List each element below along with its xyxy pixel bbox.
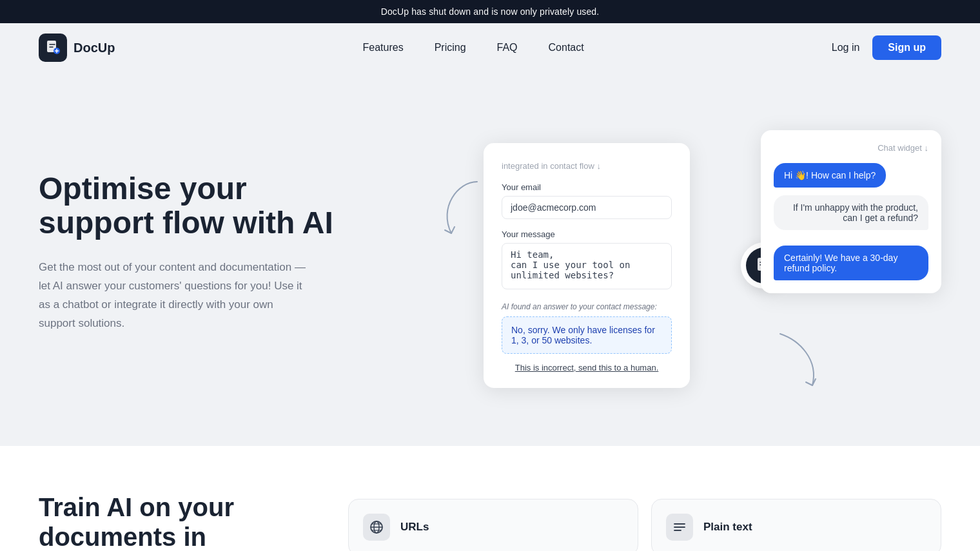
nav-item-features[interactable]: Features bbox=[363, 42, 404, 53]
message-textarea[interactable]: Hi team, can I use your tool on unlimite… bbox=[502, 243, 672, 289]
nav-item-pricing[interactable]: Pricing bbox=[435, 42, 466, 53]
train-cards: URLs Plain text bbox=[348, 492, 941, 551]
nav-links: Features Pricing FAQ Contact bbox=[363, 42, 584, 53]
hero-section: Optimise your support flow with AI Get t… bbox=[0, 72, 980, 446]
docup-icon bbox=[44, 39, 61, 56]
navbar: DocUp Features Pricing FAQ Contact Log i… bbox=[0, 23, 980, 72]
plain-text-icon bbox=[666, 514, 693, 541]
train-section: Train AI on your documents in minutes UR… bbox=[0, 451, 980, 551]
feedback-link[interactable]: This is incorrect, send this to a human. bbox=[502, 363, 672, 372]
announcement-banner: DocUp has shut down and is now only priv… bbox=[0, 0, 980, 23]
ai-found-label: AI found an answer to your contact messa… bbox=[502, 302, 672, 311]
left-arrow-decoration bbox=[432, 175, 484, 242]
right-arrow-decoration bbox=[774, 327, 832, 394]
contact-flow-widget: integrated in contact flow ↓ Your email … bbox=[484, 143, 690, 388]
hero-title: Optimise your support flow with AI bbox=[39, 172, 348, 240]
train-title: Train AI on your documents in minutes bbox=[39, 492, 309, 551]
chat-widget: Chat widget ↓ Hi 👋! How can I help? If I… bbox=[761, 130, 941, 293]
plain-text-label: Plain text bbox=[703, 521, 752, 534]
hero-description: Get the most out of your content and doc… bbox=[39, 258, 309, 333]
navbar-actions: Log in Sign up bbox=[832, 35, 941, 60]
chat-messages: Hi 👋! How can I help? If I'm unhappy wit… bbox=[774, 163, 928, 280]
train-left: Train AI on your documents in minutes bbox=[39, 492, 309, 551]
nav-link-contact[interactable]: Contact bbox=[549, 42, 584, 53]
brand-name: DocUp bbox=[74, 41, 115, 55]
email-input[interactable] bbox=[502, 196, 672, 219]
brand-logo-icon bbox=[39, 34, 67, 62]
ai-answer: No, sorry. We only have licenses for 1, … bbox=[502, 316, 672, 354]
chat-widget-label: Chat widget ↓ bbox=[774, 143, 928, 153]
nav-link-pricing[interactable]: Pricing bbox=[435, 42, 466, 53]
train-card-urls[interactable]: URLs bbox=[348, 499, 638, 551]
message-label: Your message bbox=[502, 229, 672, 239]
nav-item-contact[interactable]: Contact bbox=[549, 42, 584, 53]
nav-link-faq[interactable]: FAQ bbox=[497, 42, 518, 53]
chat-bot-greeting: Hi 👋! How can I help? bbox=[774, 163, 886, 188]
hero-left: Optimise your support flow with AI Get t… bbox=[39, 172, 348, 333]
chat-bot-reply: Certainly! We have a 30-day refund polic… bbox=[774, 246, 928, 280]
message-group: Your message Hi team, can I use your too… bbox=[502, 229, 672, 292]
login-button[interactable]: Log in bbox=[832, 42, 860, 53]
banner-text: DocUp has shut down and is now only priv… bbox=[381, 6, 600, 17]
email-label: Your email bbox=[502, 182, 672, 192]
nav-link-features[interactable]: Features bbox=[363, 42, 404, 53]
nav-item-faq[interactable]: FAQ bbox=[497, 42, 518, 53]
list-icon bbox=[672, 519, 687, 535]
section-divider bbox=[0, 446, 980, 451]
chat-user-message: If I'm unhappy with the product, can I g… bbox=[774, 195, 928, 230]
urls-label: URLs bbox=[400, 521, 429, 534]
urls-icon bbox=[363, 514, 390, 541]
train-card-plain-text[interactable]: Plain text bbox=[651, 499, 941, 551]
email-group: Your email bbox=[502, 182, 672, 219]
brand-logo-link[interactable]: DocUp bbox=[39, 34, 115, 62]
contact-widget-label: integrated in contact flow ↓ bbox=[502, 161, 672, 171]
signup-button[interactable]: Sign up bbox=[872, 35, 941, 60]
globe-icon bbox=[369, 519, 384, 535]
hero-right: integrated in contact flow ↓ Your email … bbox=[374, 117, 941, 388]
